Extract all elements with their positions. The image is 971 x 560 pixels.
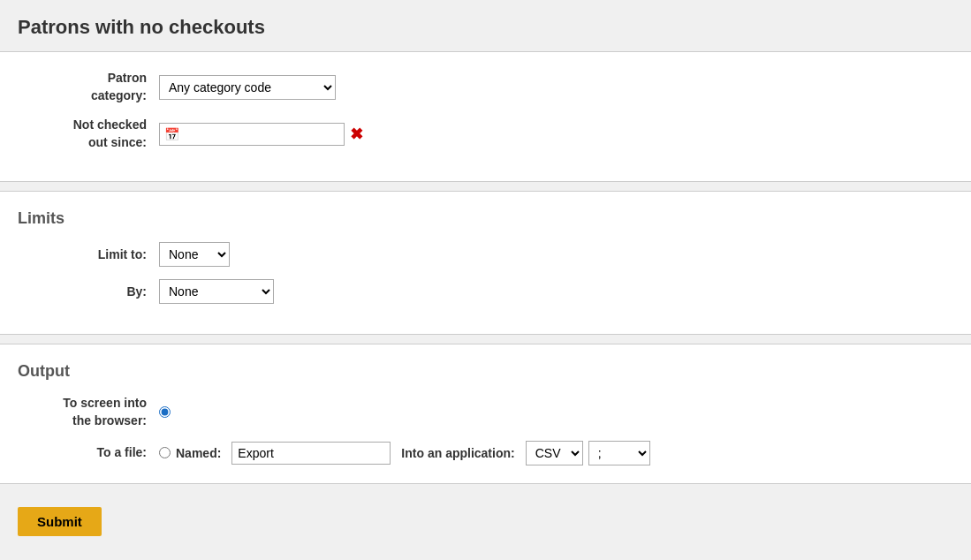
named-label: Named: [176, 446, 221, 460]
patron-section: Patroncategory: Any category code Not ch… [0, 51, 971, 182]
limit-to-row: Limit to: None [18, 242, 953, 267]
patron-category-control: Any category code [159, 75, 336, 100]
not-checked-out-label: Not checkedout since: [18, 117, 159, 151]
by-label: By: [18, 284, 159, 301]
to-file-radio[interactable] [159, 447, 171, 458]
page-wrapper: Patrons with no checkouts Patroncategory… [0, 0, 971, 560]
limit-to-select[interactable]: None [159, 242, 230, 267]
patron-category-select[interactable]: Any category code [159, 75, 336, 100]
output-title: Output [18, 362, 953, 381]
date-control-area: 📅 ✖ [159, 123, 363, 146]
to-screen-label: To screen intothe browser: [18, 395, 159, 429]
limit-to-control: None [159, 242, 230, 267]
limits-title: Limits [18, 209, 953, 228]
date-input-wrapper: 📅 [159, 123, 345, 146]
to-file-row: To a file: Named: Into an application: C… [18, 441, 953, 465]
clear-date-icon[interactable]: ✖ [350, 126, 363, 142]
to-file-control: Named: Into an application: CSV ; [159, 441, 650, 465]
to-screen-row: To screen intothe browser: [18, 395, 953, 429]
by-control: None [159, 279, 274, 304]
csv-format-select[interactable]: CSV [526, 441, 583, 465]
page-title: Patrons with no checkouts [0, 0, 971, 51]
date-input[interactable] [159, 123, 345, 146]
separator-select[interactable]: ; [588, 441, 650, 465]
by-select[interactable]: None [159, 279, 274, 304]
file-name-input[interactable] [231, 442, 391, 465]
into-app-label: Into an application: [401, 446, 514, 460]
to-file-label: To a file: [18, 444, 159, 462]
patron-category-label: Patroncategory: [18, 70, 159, 104]
limits-section: Limits Limit to: None By: None [0, 191, 971, 335]
by-row: By: None [18, 279, 953, 304]
submit-button[interactable]: Submit [18, 507, 102, 536]
output-section: Output To screen intothe browser: To a f… [0, 344, 971, 483]
not-checked-out-row: Not checkedout since: 📅 ✖ [18, 117, 953, 151]
patron-category-row: Patroncategory: Any category code [18, 70, 953, 104]
to-screen-radio[interactable] [159, 406, 171, 418]
limit-to-label: Limit to: [18, 246, 159, 264]
submit-area: Submit [0, 493, 971, 550]
